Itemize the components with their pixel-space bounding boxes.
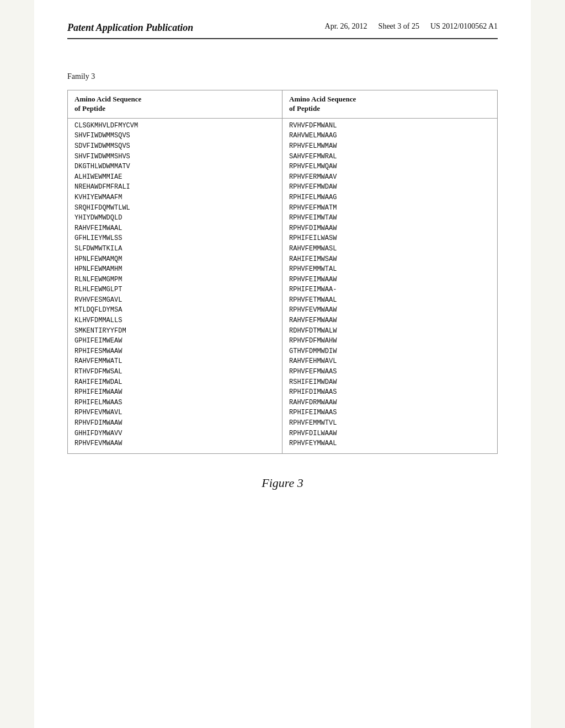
table-row: RSHIFEIMWDAW [289, 377, 491, 388]
table-row: NREHAWDFMFRALI [74, 182, 275, 192]
header-info: Apr. 26, 2012 Sheet 3 of 25 US 2012/0100… [325, 22, 498, 31]
table-row: SLFDWMWTKILA [74, 244, 275, 254]
table-row: RAHVFEMMWASL [289, 244, 491, 254]
table-row: RVHVFDFMWANL [289, 121, 491, 131]
table-row: YHIYDWMWDQLD [74, 213, 275, 223]
table-row: RPHVFEMMWTAL [289, 264, 491, 275]
table-row: RPHIFELMWAAG [289, 192, 491, 203]
table-row: RAHVFEFMWAAW [289, 315, 491, 326]
table-row: RPHVFEFMWATM [289, 203, 491, 213]
publication-title: Patent Application Publication [67, 22, 193, 34]
table-row: KLHVFDMMALLS [74, 315, 275, 326]
table-row: CLSGKMHVLDFMYCVM [74, 121, 275, 131]
table-row: RPHIFEIMWAA- [289, 285, 491, 295]
table-row: KVHIYEWMAAFM [74, 192, 275, 203]
table-row: RPHIFEILWASW [289, 233, 491, 244]
page: Patent Application Publication Apr. 26, … [34, 0, 531, 728]
table-row: HPNLFEWMAMHM [74, 264, 275, 275]
sheet-info: Sheet 3 of 25 [379, 22, 419, 31]
table-row: RPHIFESMWAAW [74, 346, 275, 357]
table-row: RPHVFEIMWAAW [289, 275, 491, 285]
table-row: SDVFIWDWMMSQVS [74, 141, 275, 152]
table-row: MTLDQFLDYMSA [74, 305, 275, 315]
table-row: RPHVFEVMWAAW [74, 438, 275, 449]
table-row: GTHVFDMMWDIW [289, 346, 491, 357]
family-label: Family 3 [67, 72, 498, 81]
col2-header: Amino Acid Sequenceof Peptide [282, 90, 497, 118]
page-header: Patent Application Publication Apr. 26, … [67, 22, 498, 39]
table-row: RPHVFEIMWTAW [289, 213, 491, 223]
table-row: DKGTHLWDWMMATV [74, 162, 275, 172]
table-row: RLNLFEWMGMPM [74, 275, 275, 285]
table-row: RPHVFEVMWAAW [289, 305, 491, 315]
table-row: RAHIFEIMWSAW [289, 254, 491, 265]
table-row: RLHLFEWMGLPT [74, 285, 275, 295]
table-row: RPHIFEIMWAAS [289, 408, 491, 418]
table-row: GPHIFEIMWEAW [74, 336, 275, 346]
table-row: SRQHIFDQMWTLWL [74, 203, 275, 213]
table-row: RPHVFETMWAAL [289, 295, 491, 306]
table-row: RAHVWELMWAAG [289, 131, 491, 141]
table-row: RPHVFERMWAAV [289, 172, 491, 183]
sequence-table: Amino Acid Sequenceof Peptide Amino Acid… [67, 90, 498, 454]
patent-number: US 2012/0100562 A1 [430, 22, 498, 31]
table-row: RPHVFELMWQAW [289, 162, 491, 172]
table-row: SMKENTIRYYFDM [74, 326, 275, 336]
table-row: RPHVFDIMWAAW [289, 223, 491, 234]
table-row: RPHVFELMWMAW [289, 141, 491, 152]
table-row: RAHVFEMMWATL [74, 356, 275, 367]
table-row: RPHVFEMMWTVL [289, 418, 491, 429]
col1-data: CLSGKMHVLDFMYCVMSHVFIWDWMMSQVSSDVFIWDWMM… [68, 119, 282, 453]
table-row: RDHVFDTMWALW [289, 326, 491, 336]
table-row: SHVFIWDWMMSHVS [74, 152, 275, 162]
table-row: RAHIFEIMWDAL [74, 377, 275, 388]
publication-date: Apr. 26, 2012 [325, 22, 367, 31]
figure-label: Figure 3 [67, 476, 498, 490]
table-row: GHHIFDYMWAVV [74, 429, 275, 439]
table-row: GFHLIEYMWLSS [74, 233, 275, 244]
table-row: RPHVFEYMWAAL [289, 438, 491, 449]
table-row: RPHVFEVMWAVL [74, 408, 275, 418]
table-row: RPHVFDILWAAW [289, 429, 491, 439]
table-header: Amino Acid Sequenceof Peptide Amino Acid… [68, 90, 497, 119]
table-row: RAHVFDRMWAAW [289, 398, 491, 408]
table-row: SHVFIWDWMMSQVS [74, 131, 275, 141]
table-row: HPNLFEWMAMQM [74, 254, 275, 265]
table-row: RPHIFDIMWAAS [289, 387, 491, 398]
table-row: RPHVFDFMWAHW [289, 336, 491, 346]
table-row: RPHVFDIMWAAW [74, 418, 275, 429]
table-row: RPHVFEFMWDAW [289, 182, 491, 192]
table-row: RPHVFEFMWAAS [289, 367, 491, 377]
table-row: RPHIFELMWAAS [74, 398, 275, 408]
col1-header: Amino Acid Sequenceof Peptide [68, 90, 282, 118]
table-row: RAHVFEHMWAVL [289, 356, 491, 367]
table-row: RPHIFEIMWAAW [74, 387, 275, 398]
table-row: SAHVFEFMWRAL [289, 152, 491, 162]
header-meta: Apr. 26, 2012 Sheet 3 of 25 US 2012/0100… [325, 22, 498, 31]
table-body: CLSGKMHVLDFMYCVMSHVFIWDWMMSQVSSDVFIWDWMM… [68, 119, 497, 453]
table-row: RAHVFEIMWAAL [74, 223, 275, 234]
col2-data: RVHVFDFMWANLRAHVWELMWAAGRPHVFELMWMAWSAHV… [282, 119, 497, 453]
table-row: ALHIWEWMMIAE [74, 172, 275, 183]
table-row: RTHVFDFMWSAL [74, 367, 275, 377]
table-row: RVHVFESMGAVL [74, 295, 275, 306]
